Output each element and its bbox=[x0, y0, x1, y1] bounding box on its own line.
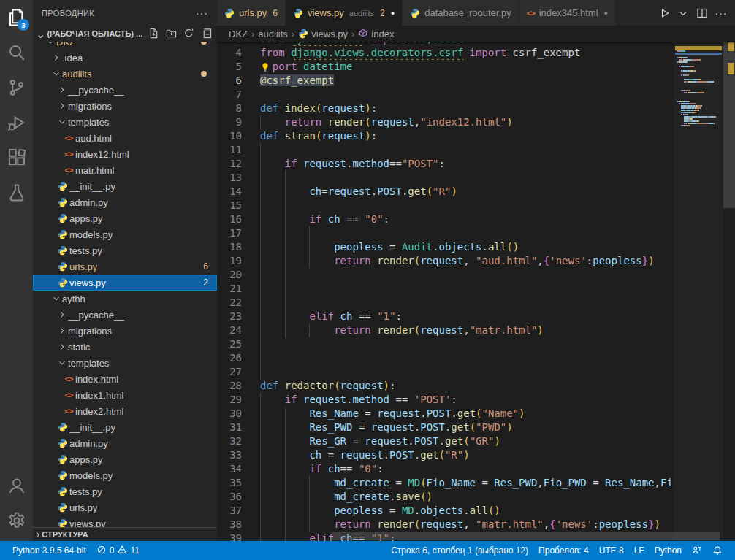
extensions-icon[interactable] bbox=[0, 140, 33, 175]
tree-item-tests-py[interactable]: tests.py bbox=[33, 242, 217, 258]
run-debug-icon[interactable] bbox=[0, 105, 33, 140]
tree-item-urls-py[interactable]: urls.py bbox=[33, 499, 217, 515]
code-line[interactable]: 9 return render(request,"index12.html") bbox=[217, 115, 674, 129]
tree-item-apps-py[interactable]: apps.py bbox=[33, 210, 217, 226]
code-line[interactable]: 14 ch=request.POST.get("R") bbox=[217, 185, 674, 199]
tree-item-pycache[interactable]: __pycache__ bbox=[33, 307, 217, 323]
tree-item-aud-html[interactable]: <>aud.html bbox=[33, 130, 217, 146]
tree-item-index12-html[interactable]: <>index12.html bbox=[33, 146, 217, 162]
dirty-indicator-icon[interactable]: ● bbox=[604, 9, 608, 17]
source-control-icon[interactable] bbox=[0, 70, 33, 105]
tree-item-index-html[interactable]: <>index.html bbox=[33, 371, 217, 387]
bell-icon[interactable] bbox=[707, 545, 728, 556]
tree-item-static[interactable]: static bbox=[33, 339, 217, 355]
tree-item-matr-html[interactable]: <>matr.html bbox=[33, 162, 217, 178]
code-line[interactable]: 10def stran(request): bbox=[217, 129, 674, 143]
status-пробелов-4[interactable]: Пробелов: 4 bbox=[533, 545, 594, 556]
problems-status[interactable]: 011 bbox=[91, 545, 145, 557]
code-line[interactable]: 36 md_create.save() bbox=[217, 490, 674, 504]
tab-views-py[interactable]: views.pyaudiiits2● bbox=[286, 0, 403, 26]
code-line[interactable]: 34 if ch== "0": bbox=[217, 462, 674, 476]
code-line[interactable]: 4from django.views.decorators.csrf impor… bbox=[217, 46, 674, 60]
tree-item-models-py[interactable]: models.py bbox=[33, 467, 217, 483]
code-line[interactable]: 22 bbox=[217, 296, 674, 310]
feedback-icon[interactable] bbox=[687, 545, 707, 556]
code-line[interactable]: 26 bbox=[217, 351, 674, 365]
code-line[interactable]: 13 bbox=[217, 171, 674, 185]
tree-item-templates[interactable]: templates bbox=[33, 355, 217, 371]
tree-item-pycache[interactable]: __pycache__ bbox=[33, 82, 217, 98]
explorer-icon[interactable]: 3 bbox=[0, 0, 33, 35]
tree-item-admin-py[interactable]: admin.py bbox=[33, 435, 217, 451]
tree-item-models-py[interactable]: models.py bbox=[33, 226, 217, 242]
dirty-indicator-icon[interactable]: ● bbox=[391, 9, 395, 17]
tab-index345-html[interactable]: <>index345.html● bbox=[519, 0, 616, 26]
tree-item-templates[interactable]: templates bbox=[33, 114, 217, 130]
status-utf-8[interactable]: UTF-8 bbox=[594, 545, 629, 556]
run-dropdown-chevron-icon[interactable] bbox=[675, 5, 691, 21]
tree-item-index1-html[interactable]: <>index1.html bbox=[33, 387, 217, 403]
minimap[interactable] bbox=[674, 26, 723, 541]
code-line[interactable]: 17 bbox=[217, 226, 674, 240]
tab-database-roouter-py[interactable]: database_roouter.py bbox=[403, 0, 519, 26]
tree-item-admin-py[interactable]: admin.py bbox=[33, 194, 217, 210]
code-line[interactable]: 38 return render(request, "matr.html",{'… bbox=[217, 518, 674, 532]
workspace-section-header[interactable]: ⌄ (РАБОЧАЯ ОБЛАСТЬ) ... bbox=[33, 26, 217, 42]
code-line[interactable]: 21 bbox=[217, 282, 674, 296]
split-editor-icon[interactable] bbox=[694, 5, 710, 21]
outline-section-header[interactable]: › СТРУКТУРА bbox=[33, 527, 217, 541]
code-line[interactable]: 29 if request.method == 'POST': bbox=[217, 393, 674, 407]
tree-item-aythh[interactable]: aythh bbox=[33, 291, 217, 307]
code-line[interactable]: 5import datetime bbox=[217, 60, 674, 74]
code-line[interactable]: 31 Res_PWD = request.POST.get("PWD") bbox=[217, 421, 674, 434]
tab-urls-py[interactable]: urls.py6 bbox=[217, 0, 286, 26]
tree-item-apps-py[interactable]: apps.py bbox=[33, 451, 217, 467]
testing-icon[interactable] bbox=[0, 175, 33, 210]
breadcrumb-item-index[interactable]: index bbox=[358, 28, 394, 39]
tree-item-index2-html[interactable]: <>index2.html bbox=[33, 403, 217, 419]
code-editor[interactable]: 3from aythh.models import MD,Audit4from … bbox=[217, 0, 735, 541]
code-line[interactable]: 7 bbox=[217, 88, 674, 101]
new-file-icon[interactable] bbox=[148, 28, 160, 39]
tree-item-init-py[interactable]: __init__.py bbox=[33, 419, 217, 435]
status-python[interactable]: Python bbox=[650, 545, 687, 556]
code-line[interactable]: 8def index(request): bbox=[217, 101, 674, 115]
explorer-more-actions-icon[interactable]: ··· bbox=[196, 7, 208, 19]
tree-item-urls-py[interactable]: urls.py6 bbox=[33, 258, 217, 275]
lightbulb-icon[interactable] bbox=[260, 60, 273, 74]
horizontal-scrollbar-thumb[interactable] bbox=[332, 532, 720, 540]
status-строка-6-столбец-1-выбрано-12[interactable]: Строка 6, столбец 1 (выбрано 12) bbox=[386, 545, 533, 556]
run-python-file-button[interactable] bbox=[656, 5, 672, 21]
tree-item-idea[interactable]: .idea bbox=[33, 50, 217, 66]
tree-item-audiiits[interactable]: audiiits bbox=[33, 66, 217, 82]
code-line[interactable]: 18 peopless = Audit.objects.all() bbox=[217, 240, 674, 254]
refresh-icon[interactable] bbox=[183, 28, 195, 39]
code-line[interactable]: 24 return render(request,"matr.html") bbox=[217, 323, 674, 337]
code-line[interactable]: 6@csrf_exempt bbox=[217, 74, 674, 88]
code-line[interactable]: 19 return render(request, "aud.html",{'n… bbox=[217, 254, 674, 268]
code-line[interactable]: 32 Res_GR = request.POST.get("GR") bbox=[217, 434, 674, 448]
breadcrumb-item-dkz[interactable]: DKZ bbox=[229, 28, 248, 39]
code-line[interactable]: 11 bbox=[217, 143, 674, 157]
editor-more-actions-icon[interactable]: ··· bbox=[713, 5, 729, 21]
tree-item-views-py[interactable]: views.py2 bbox=[33, 275, 217, 291]
code-line[interactable]: 37 peopless = MD.objects.all() bbox=[217, 504, 674, 518]
collapse-all-icon[interactable] bbox=[201, 28, 213, 39]
code-line[interactable]: 28def redactor(request): bbox=[217, 379, 674, 393]
status-lf[interactable]: LF bbox=[629, 545, 650, 556]
tree-item-tests-py[interactable]: tests.py bbox=[33, 483, 217, 499]
code-line[interactable]: 30 Res_Name = request.POST.get("Name") bbox=[217, 407, 674, 421]
code-line[interactable]: 20 bbox=[217, 268, 674, 282]
code-line[interactable]: 27 bbox=[217, 365, 674, 379]
status-python-3-9-5-64-bit[interactable]: Python 3.9.5 64-bit bbox=[7, 545, 91, 556]
code-line[interactable]: 16 if ch == "0": bbox=[217, 212, 674, 226]
tree-item-migrations[interactable]: migrations bbox=[33, 98, 217, 114]
code-line[interactable]: 35 md_create = MD(Fio_Name = Res_PWD,Fio… bbox=[217, 476, 674, 490]
code-line[interactable]: 15 bbox=[217, 199, 674, 212]
vertical-scrollbar[interactable] bbox=[723, 26, 735, 541]
new-folder-icon[interactable] bbox=[166, 28, 178, 39]
breadcrumb-item-views-py[interactable]: views.py bbox=[298, 28, 348, 39]
code-line[interactable]: 12 if request.method=="POST": bbox=[217, 157, 674, 171]
search-icon[interactable] bbox=[0, 35, 33, 70]
breadcrumb-item-audiiits[interactable]: audiiits bbox=[258, 28, 287, 39]
